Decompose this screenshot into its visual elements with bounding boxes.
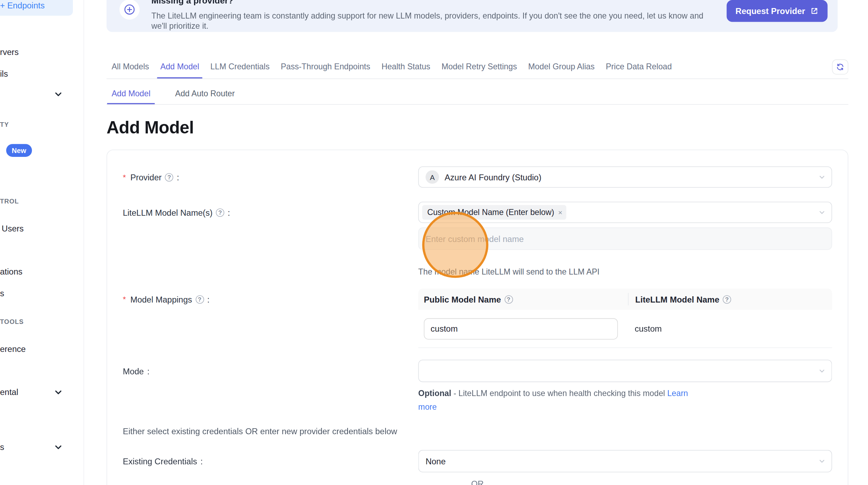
refresh-button[interactable] [832, 60, 848, 75]
mode-row: Mode : Optional - LiteLLM endpoint to us… [123, 360, 832, 414]
model-names-label: LiteLLM Model Name(s) ? : [123, 202, 418, 223]
mappings-header-row: Public Model Name ? LiteLLM Model Name ? [418, 289, 832, 310]
banner-text: Missing a provider? The LiteLLM engineer… [151, 0, 719, 31]
missing-provider-banner: Missing a provider? The LiteLLM engineer… [107, 0, 838, 32]
sidebar-item-teams[interactable]: s [0, 289, 4, 298]
model-names-select[interactable]: Custom Model Name (Enter below) × [418, 202, 832, 223]
chevron-down-icon [819, 209, 825, 216]
existing-credentials-value: None [425, 456, 445, 466]
remove-tag-icon[interactable]: × [558, 208, 562, 216]
models-tab-bar: All Models Add Model LLM Credentials Pas… [107, 62, 848, 79]
chevron-down-icon [819, 174, 825, 180]
add-model-form-card: * Provider ? : A Azure AI Foundry (Studi… [107, 150, 848, 485]
tab-all-models[interactable]: All Models [108, 62, 152, 72]
help-icon[interactable]: ? [723, 295, 731, 303]
credentials-note: Either select existing credentials OR en… [123, 427, 832, 436]
sidebar-item-organizations[interactable]: ations [0, 267, 22, 276]
required-mark: * [123, 173, 126, 182]
main-content: Missing a provider? The LiteLLM engineer… [107, 0, 848, 485]
public-model-name-header: Public Model Name ? [418, 295, 628, 304]
model-mappings-label: * Model Mappings ? : [123, 289, 418, 310]
tab-pass-through-endpoints[interactable]: Pass-Through Endpoints [278, 62, 374, 72]
sidebar-item-endpoints[interactable]: + Endpoints [0, 0, 73, 16]
mode-help-text: Optional - LiteLLM endpoint to use when … [418, 387, 705, 414]
request-provider-label: Request Provider [736, 6, 805, 16]
tab-add-model[interactable]: Add Model [157, 62, 203, 72]
app-viewport: + Endpoints rvers ils TY New TROL Users … [0, 0, 868, 485]
model-names-row: LiteLLM Model Name(s) ? : Custom Model N… [123, 202, 832, 277]
public-model-name-input[interactable] [424, 318, 618, 339]
chevron-down-icon[interactable] [54, 90, 63, 99]
provider-row: * Provider ? : A Azure AI Foundry (Studi… [123, 166, 832, 188]
help-icon[interactable]: ? [165, 173, 173, 181]
sidebar-item-guardrails[interactable]: ils [0, 69, 8, 78]
model-mappings-table: Public Model Name ? LiteLLM Model Name ? [418, 289, 832, 348]
tab-health-status[interactable]: Health Status [378, 62, 434, 72]
sidebar-item-reference[interactable]: erence [0, 344, 26, 353]
provider-select[interactable]: A Azure AI Foundry (Studio) [418, 166, 832, 188]
model-name-hint: The model name LiteLLM will send to the … [418, 267, 832, 277]
label-colon: : [177, 172, 179, 182]
plus-circle-icon [119, 0, 140, 20]
provider-label: * Provider ? : [123, 166, 418, 188]
existing-credentials-label: Existing Credentials : [123, 450, 418, 472]
page-title: Add Model [107, 117, 194, 139]
custom-model-name-input[interactable] [418, 228, 832, 250]
add-model-sub-tabs: Add Model Add Auto Router [107, 89, 848, 105]
or-divider: OR [123, 479, 832, 485]
new-badge: New [6, 144, 32, 157]
mappings-data-row: custom [418, 310, 832, 348]
chevron-down-icon[interactable] [54, 443, 63, 452]
help-icon[interactable]: ? [504, 295, 513, 303]
sidebar-section-ty: TY [0, 121, 9, 128]
refresh-icon [836, 63, 845, 71]
sidebar-section-trol: TROL [0, 198, 19, 205]
existing-credentials-select[interactable]: None [418, 450, 832, 472]
tab-model-retry-settings[interactable]: Model Retry Settings [438, 62, 520, 72]
help-icon[interactable]: ? [216, 208, 224, 216]
existing-credentials-row: Existing Credentials : None [123, 450, 832, 472]
mode-label: Mode : [123, 360, 418, 382]
sidebar-item-settings[interactable]: s [0, 442, 4, 451]
provider-avatar: A [425, 170, 439, 183]
sidebar-item-experimental[interactable]: ental [0, 387, 18, 397]
subtab-add-model[interactable]: Add Model [107, 89, 155, 99]
tab-model-group-alias[interactable]: Model Group Alias [525, 62, 598, 72]
label-colon: : [228, 208, 230, 217]
sidebar-item-servers[interactable]: rvers [0, 47, 19, 56]
chevron-down-icon [819, 368, 825, 374]
mode-select[interactable] [418, 360, 832, 382]
litellm-model-name-value: custom [635, 324, 662, 333]
request-provider-button[interactable]: Request Provider [726, 0, 827, 22]
sidebar-item-endpoints-label: + Endpoints [0, 1, 45, 10]
tab-price-data-reload[interactable]: Price Data Reload [602, 62, 675, 72]
chevron-down-icon [819, 458, 825, 464]
selected-model-tag: Custom Model Name (Enter below) × [422, 205, 566, 220]
label-colon: : [147, 366, 150, 376]
provider-value: Azure AI Foundry (Studio) [445, 172, 541, 182]
optional-label: Optional [418, 389, 451, 398]
help-icon[interactable]: ? [196, 295, 204, 303]
sidebar: + Endpoints rvers ils TY New TROL Users … [0, 0, 84, 485]
sidebar-section-tools: TOOLS [0, 318, 24, 325]
sidebar-item-users[interactable]: Users [2, 223, 24, 233]
screen: + Endpoints rvers ils TY New TROL Users … [0, 0, 868, 485]
subtab-add-auto-router[interactable]: Add Auto Router [171, 89, 239, 99]
label-colon: : [200, 456, 203, 466]
label-colon: : [207, 295, 210, 304]
model-mappings-row: * Model Mappings ? : Public Model Name ? [123, 289, 832, 348]
external-link-icon [810, 7, 819, 15]
required-mark: * [123, 295, 126, 304]
banner-title: Missing a provider? [151, 0, 719, 6]
column-divider [628, 293, 629, 305]
tab-llm-credentials[interactable]: LLM Credentials [207, 62, 273, 72]
banner-description: The LiteLLM engineering team is constant… [151, 11, 719, 31]
litellm-model-name-header: LiteLLM Model Name ? [635, 295, 832, 304]
chevron-down-icon[interactable] [54, 388, 63, 397]
